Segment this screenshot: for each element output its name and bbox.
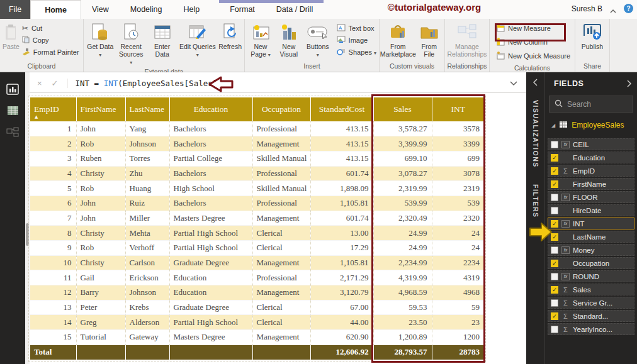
buttons-button[interactable]: Buttons▾	[303, 21, 333, 60]
field-item-floor[interactable]: fxFLOOR	[548, 191, 634, 203]
formula-input[interactable]: INT = INT(EmployeeSales[Sales])	[68, 79, 222, 88]
checkbox-unchecked[interactable]	[551, 246, 558, 254]
tab-modeling[interactable]: Modeling	[120, 0, 173, 19]
manage-relationships-button[interactable]: Manage Relationships	[446, 21, 488, 60]
from-file-button[interactable]: From File	[416, 21, 443, 60]
chevron-left-icon[interactable]	[533, 79, 538, 86]
new-page-button[interactable]: New Page ▾	[246, 21, 275, 60]
table-row[interactable]: 3RubenTorresPartial CollegeSkilled Manua…	[30, 151, 484, 166]
field-item-firstname[interactable]: ✓FirstName	[548, 178, 634, 190]
field-item-occupation[interactable]: ✓Occupation	[548, 257, 634, 269]
table-row[interactable]: 4ChristyZhuBachelorsProfessional601.743,…	[30, 166, 484, 181]
checkbox-checked[interactable]: ✓	[551, 154, 558, 162]
report-view-button[interactable]	[0, 79, 25, 100]
field-item-service-gr[interactable]: ΣService Gr...	[548, 297, 634, 309]
checkbox-checked[interactable]: ✓	[551, 220, 558, 228]
field-item-round[interactable]: fxROUND	[548, 270, 634, 282]
checkbox-checked[interactable]: ✓	[551, 312, 558, 320]
table-row[interactable]: 2RobJohnsonBachelorsManagement413.153,39…	[30, 136, 484, 152]
from-marketplace-button[interactable]: From Marketplace	[381, 21, 414, 60]
edit-queries-button[interactable]: Edit Queries ▾	[178, 21, 217, 60]
tab-data-drill[interactable]: Data / Drill	[266, 0, 324, 19]
tab-format[interactable]: Format	[219, 0, 266, 19]
checkbox-unchecked[interactable]	[551, 273, 558, 280]
table-row[interactable]: 6JohnRuizBachelorsProfessional1,105.8153…	[30, 196, 484, 211]
table-row[interactable]: 1JohnYangBachelorsProfessional413.153,57…	[30, 121, 484, 136]
new-quick-measure-button[interactable]: New Quick Measure	[496, 51, 570, 61]
column-header-int[interactable]: INT	[432, 97, 484, 121]
tab-view[interactable]: View	[81, 0, 120, 19]
field-item-yearlyinco[interactable]: ΣYearlyInco...	[548, 323, 634, 335]
fields-table-employeesales[interactable]: ◢ EmployeeSales	[545, 118, 637, 133]
text-box-button[interactable]: AText box	[337, 23, 376, 33]
refresh-button[interactable]: Refresh	[217, 21, 243, 52]
expand-triangle-icon[interactable]: ◢	[551, 123, 555, 128]
table-row[interactable]: 13PeterKrebsGraduate DegreeClerical67.00…	[30, 300, 484, 315]
field-item-lastname[interactable]: ✓LastName	[548, 231, 634, 243]
field-item-sales[interactable]: ✓ΣSales	[548, 284, 634, 295]
new-visual-button[interactable]: New Visual	[275, 21, 303, 60]
get-data-button[interactable]: Get Data ▾	[85, 21, 115, 60]
data-view-button[interactable]	[0, 100, 25, 121]
checkbox-unchecked[interactable]	[551, 326, 558, 333]
search-input[interactable]: Search	[549, 96, 633, 113]
checkbox-checked[interactable]: ✓	[551, 180, 558, 188]
model-view-button[interactable]	[0, 121, 25, 143]
image-button[interactable]: Image	[337, 35, 376, 45]
tab-file[interactable]: File	[0, 0, 30, 19]
cut-button[interactable]: ✂Cut	[22, 23, 79, 33]
table-row[interactable]: 12BarryJohnsonEducationManagement3,120.7…	[30, 285, 484, 301]
checkbox-checked[interactable]: ✓	[551, 286, 558, 294]
table-row[interactable]: 7JohnMillerMasters DegreeManagement601.7…	[30, 211, 484, 226]
checkbox-checked[interactable]: ✓	[551, 260, 558, 267]
column-header-sales[interactable]: Sales	[373, 97, 432, 121]
field-item-education[interactable]: ✓Education	[548, 152, 634, 163]
format-painter-button[interactable]: Format Painter	[22, 47, 79, 57]
new-column-button[interactable]: New Column	[496, 37, 570, 47]
publish-button[interactable]: Publish	[580, 21, 604, 52]
chevron-right-icon[interactable]	[626, 80, 632, 87]
shapes-button[interactable]: Shapes ▾	[337, 47, 376, 57]
field-item-ceil[interactable]: fxCEIL	[548, 138, 634, 150]
checkbox-unchecked[interactable]	[551, 207, 558, 214]
checkbox-checked[interactable]: ✓	[551, 167, 558, 175]
checkbox-unchecked[interactable]	[551, 141, 558, 148]
field-item-int[interactable]: ✓fxINT	[548, 218, 634, 229]
table-row[interactable]: 15TutorialGatewayMasters DegreeManagemen…	[30, 330, 484, 345]
column-header-firstname[interactable]: FirstName	[76, 97, 125, 121]
tab-help[interactable]: Help	[173, 0, 211, 19]
collapse-ribbon-icon[interactable]	[609, 6, 617, 12]
table-row[interactable]: 14GregAldersonPartial High SchoolClerica…	[30, 315, 484, 330]
table-row[interactable]: 5RobHuangHigh SchoolSkilled Manual1,898.…	[30, 181, 484, 196]
checkbox-unchecked[interactable]	[551, 299, 558, 307]
column-header-occupation[interactable]: Occupation	[252, 97, 310, 121]
field-item-hiredate[interactable]: HireDate	[548, 204, 634, 216]
tab-home[interactable]: Home	[30, 0, 81, 19]
paste-button[interactable]: Paste	[1, 21, 21, 52]
column-header-standardcost[interactable]: StandardCost	[310, 97, 373, 121]
field-item-money[interactable]: fxMoney	[548, 244, 634, 256]
recent-sources-button[interactable]: Recent Sources ▾	[115, 21, 146, 67]
vertical-scrollbar[interactable]	[25, 72, 30, 364]
column-header-empid[interactable]: EmpID▲	[30, 97, 76, 121]
new-measure-button[interactable]: New Measure	[496, 23, 570, 33]
enter-data-button[interactable]: Enter Data	[147, 21, 178, 60]
formula-expand-icon[interactable]	[510, 81, 526, 86]
commit-icon[interactable]: ✓	[52, 79, 59, 88]
table-row[interactable]: 11GailEricksonEducationProfessional2,171…	[30, 270, 484, 285]
field-item-empid[interactable]: ✓ΣEmpID	[548, 165, 634, 177]
filters-panel-tab[interactable]: FILTERS	[532, 184, 539, 218]
copy-button[interactable]: Copy	[22, 35, 79, 45]
table-row[interactable]: 9RobVerhoffPartial High SchoolClerical17…	[30, 241, 484, 256]
table-row[interactable]: 8ChristyMehtaPartial High SchoolClerical…	[30, 226, 484, 241]
column-header-education[interactable]: Education	[169, 97, 252, 121]
checkbox-checked[interactable]: ✓	[551, 233, 558, 241]
visualizations-panel-tab[interactable]: VISUALIZATIONS	[532, 100, 539, 168]
field-item-standard[interactable]: ✓ΣStandard...	[548, 310, 634, 322]
checkbox-unchecked[interactable]	[551, 194, 558, 201]
table-row[interactable]: 10ChristyCarlsonGraduate DegreeManagemen…	[30, 255, 484, 270]
cancel-icon[interactable]: ×	[37, 79, 42, 88]
scrollbar-thumb[interactable]	[26, 223, 29, 246]
column-header-lastname[interactable]: LastName	[125, 97, 169, 121]
help-icon[interactable]: ?	[624, 4, 633, 13]
